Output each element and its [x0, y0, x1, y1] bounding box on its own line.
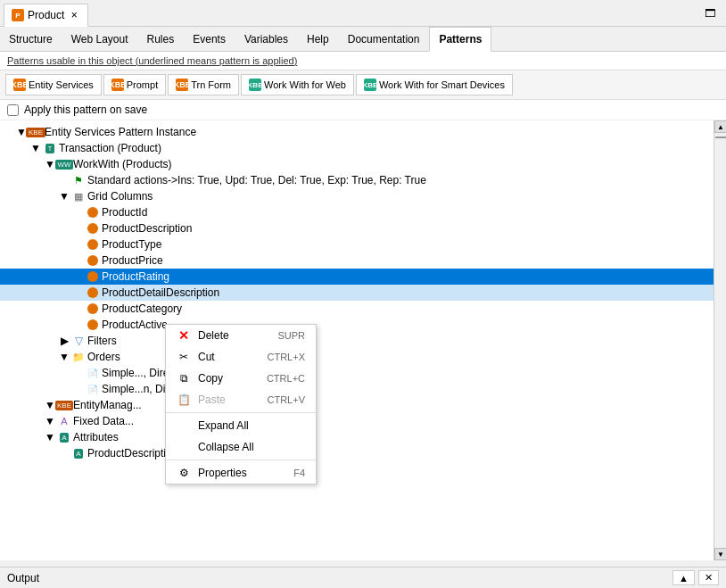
expand-transaction[interactable]: ▼: [29, 141, 43, 155]
prompt-icon: KBE: [111, 79, 124, 91]
productcategory-icon: [86, 302, 100, 316]
root-label: Entity Services Pattern Instance: [45, 126, 196, 138]
tree-entity-mgr[interactable]: ▼ KBE EntityManag...: [0, 397, 714, 413]
copy-shortcut: CTRL+C: [267, 373, 305, 384]
close-tab-button[interactable]: ×: [68, 9, 80, 21]
productdetaildesc-icon: [86, 286, 100, 300]
copy-label: Copy: [198, 372, 260, 385]
properties-label: Properties: [198, 467, 286, 479]
cut-label: Cut: [198, 351, 260, 363]
productprice-icon: [86, 253, 100, 268]
tree-transaction[interactable]: ▼ T Transaction (Product): [0, 140, 714, 156]
collapse-all-label: Collapse All: [198, 441, 305, 453]
productcategory-label: ProductCategory: [102, 302, 182, 315]
tree-attr-productdesc[interactable]: A ProductDescription: [0, 445, 714, 461]
attr-productdesc-icon: A: [71, 446, 86, 460]
tree-producttype[interactable]: ProductType: [0, 236, 714, 253]
pattern-tabs: KBE Entity Services KBE Prompt KBE Trn F…: [0, 70, 726, 100]
productdetaildesc-label: ProductDetailDescription: [102, 286, 219, 299]
tree-productcategory[interactable]: ProductCategory: [0, 301, 714, 317]
tree-productdetaildesc[interactable]: ProductDetailDescription: [0, 285, 714, 301]
scroll-down-button[interactable]: ▼: [714, 548, 726, 560]
productid-label: ProductId: [102, 206, 147, 219]
tree-area[interactable]: ▼ KBE Entity Services Pattern Instance ▼…: [0, 120, 714, 560]
pattern-tab-work-with-smart[interactable]: KBE Work With for Smart Devices: [356, 74, 513, 95]
ctx-copy[interactable]: ⧉ Copy CTRL+C: [166, 368, 316, 389]
apply-pattern-checkbox[interactable]: [7, 104, 19, 116]
tree-productactive[interactable]: ProductActive: [0, 317, 714, 333]
copy-icon: ⧉: [177, 371, 191, 385]
product-tab[interactable]: P Product ×: [4, 4, 88, 27]
tree-root[interactable]: ▼ KBE Entity Services Pattern Instance: [0, 124, 714, 140]
scrollbar[interactable]: ▲ ▼: [714, 120, 726, 560]
producttype-label: ProductType: [102, 238, 161, 251]
tree-productdescription[interactable]: ProductDescription: [0, 220, 714, 236]
tree-filters[interactable]: ▶ ▽ Filters: [0, 333, 714, 349]
entity-mgr-icon: KBE: [57, 398, 71, 412]
expand-grid[interactable]: ▼: [57, 189, 71, 203]
standard-actions-label: Standard actions->Ins: True, Upd: True, …: [87, 174, 426, 186]
attributes-icon: A: [57, 430, 71, 444]
tab-patterns[interactable]: Patterns: [429, 27, 491, 52]
trn-form-icon: KBE: [176, 79, 188, 91]
tree-simple1[interactable]: 📄 Simple..., Direction:Both): [0, 365, 714, 381]
paste-icon: 📋: [177, 393, 191, 407]
entity-mgr-label: EntityManag...: [73, 399, 142, 411]
paste-shortcut: CTRL+V: [268, 394, 306, 405]
tree-orders[interactable]: ▼ 📁 Orders: [0, 349, 714, 365]
patterns-info-bar: Patterns usable in this object (underlin…: [0, 52, 726, 70]
pattern-tab-entity-services[interactable]: KBE Entity Services: [5, 74, 102, 95]
output-expand-button[interactable]: ▲: [672, 570, 695, 585]
tab-web-layout[interactable]: Web Layout: [62, 27, 138, 52]
flag-icon: ⚑: [71, 173, 86, 187]
tree-simple2[interactable]: 📄 Simple...n, Direction:Both): [0, 381, 714, 397]
workwith-icon: WW: [57, 157, 71, 171]
ctx-cut[interactable]: ✂ Cut CTRL+X: [166, 346, 316, 368]
ctx-paste: 📋 Paste CTRL+V: [166, 389, 316, 410]
tree-productid[interactable]: ProductId: [0, 204, 714, 220]
ctx-delete[interactable]: ✕ Delete SUPR: [166, 325, 316, 346]
tab-structure[interactable]: Structure: [0, 27, 62, 52]
scroll-thumb[interactable]: [715, 137, 726, 138]
pattern-tab-work-with-web[interactable]: KBE Work With for Web: [241, 74, 354, 95]
pattern-tab-prompt[interactable]: KBE Prompt: [103, 74, 166, 95]
tab-events[interactable]: Events: [184, 27, 235, 52]
filters-label: Filters: [87, 335, 117, 347]
context-menu: ✕ Delete SUPR ✂ Cut CTRL+X ⧉ Copy CTRL+C…: [165, 324, 317, 484]
tree-grid-columns[interactable]: ▼ ▦ Grid Columns: [0, 188, 714, 204]
tab-documentation[interactable]: Documentation: [339, 27, 430, 52]
tree-fixed-data[interactable]: ▼ A Fixed Data...: [0, 413, 714, 429]
simple2-icon: 📄: [86, 382, 100, 396]
expand-orders[interactable]: ▼: [57, 350, 71, 364]
scroll-up-button[interactable]: ▲: [714, 120, 726, 133]
ctx-expand-all[interactable]: Expand All: [166, 415, 316, 436]
tree-workwith[interactable]: ▼ WW WorkWith (Products): [0, 156, 714, 172]
ctx-properties[interactable]: ⚙ Properties F4: [166, 462, 316, 484]
window-maximize-button[interactable]: 🗖: [697, 4, 722, 23]
tab-variables[interactable]: Variables: [235, 27, 298, 52]
prompt-label: Prompt: [127, 79, 158, 90]
filters-icon: ▽: [71, 334, 86, 348]
product-tab-icon: P: [12, 9, 24, 21]
expand-filters[interactable]: ▶: [57, 334, 71, 348]
tree-productprice[interactable]: ProductPrice: [0, 253, 714, 269]
main-area: ▼ KBE Entity Services Pattern Instance ▼…: [0, 120, 726, 560]
ctx-collapse-all[interactable]: Collapse All: [166, 436, 316, 458]
expand-all-label: Expand All: [198, 419, 305, 432]
productdescription-label: ProductDescription: [102, 222, 192, 235]
tab-help[interactable]: Help: [298, 27, 339, 52]
tree-standard-actions[interactable]: ⚑ Standard actions->Ins: True, Upd: True…: [0, 172, 714, 188]
transaction-label: Transaction (Product): [59, 142, 161, 154]
trn-form-label: Trn Form: [191, 79, 231, 90]
orders-label: Orders: [87, 351, 120, 363]
attributes-label: Attributes: [73, 431, 119, 443]
tree-productrating[interactable]: ProductRating: [0, 269, 714, 285]
productactive-label: ProductActive: [102, 319, 168, 331]
grid-columns-label: Grid Columns: [87, 190, 153, 203]
expand-attributes[interactable]: ▼: [43, 430, 57, 444]
pattern-tab-trn-form[interactable]: KBE Trn Form: [168, 74, 239, 95]
expand-fixed[interactable]: ▼: [43, 414, 57, 428]
tree-attributes[interactable]: ▼ A Attributes: [0, 429, 714, 445]
tab-rules[interactable]: Rules: [138, 27, 185, 52]
output-close-button[interactable]: ✕: [698, 570, 719, 585]
